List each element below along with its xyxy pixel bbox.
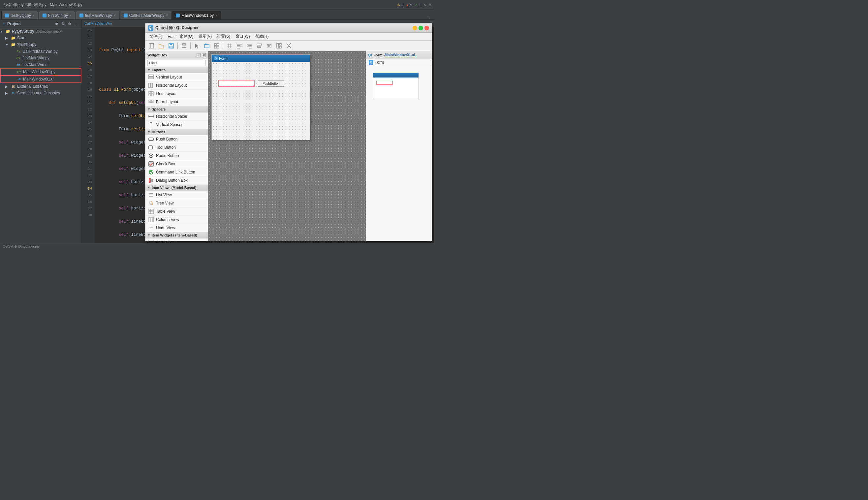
form-window[interactable]: Q Form PushButton: [212, 54, 310, 140]
settings-icon[interactable]: ⚙: [67, 21, 72, 26]
project-icon: ◻: [3, 22, 5, 26]
menu-form[interactable]: 窗体(O): [177, 33, 196, 40]
widget-horizontal-layout[interactable]: Horizontal Layout: [146, 81, 208, 90]
widget-label: Undo View: [156, 226, 175, 230]
add-icon[interactable]: ⊕: [54, 21, 59, 26]
section-buttons[interactable]: ▼ Buttons: [146, 129, 208, 135]
new-btn[interactable]: [147, 42, 156, 50]
widget-radio-button[interactable]: Radio Button: [146, 152, 208, 160]
push-button-widget[interactable]: PushButton: [258, 80, 284, 87]
close-icon[interactable]: ×: [166, 13, 168, 17]
break-layout-btn[interactable]: [284, 42, 294, 50]
distribute-btn[interactable]: [264, 42, 274, 50]
close-icon[interactable]: ×: [33, 13, 35, 17]
ide-title: PyQt5Study - 将ui转为py - MainWindow01.py: [3, 2, 82, 8]
tree-ui2py[interactable]: ▼ 📁 将ui转为py: [0, 41, 81, 48]
center-btn[interactable]: [254, 42, 264, 50]
menu-edit[interactable]: Edit: [165, 34, 177, 39]
tab-testpyqt[interactable]: testPyQt.py ×: [1, 11, 38, 20]
save-btn[interactable]: [167, 42, 176, 50]
vertical-spacer-icon: [148, 122, 154, 128]
widget-horizontal-spacer[interactable]: Horizontal Spacer: [146, 113, 208, 121]
tree-callfirstmainwin[interactable]: ▶ PY CallFirstMainWin.py: [0, 48, 81, 55]
section-spacers[interactable]: ▼ Spacers: [146, 106, 208, 113]
qt-maximize-btn[interactable]: [419, 26, 423, 30]
menu-file[interactable]: 文件(F): [147, 33, 165, 40]
oi-preview: [373, 72, 419, 99]
wb-minimize[interactable]: −: [196, 53, 201, 57]
pointer-btn[interactable]: [192, 42, 202, 50]
section-layouts[interactable]: ▼ Layouts: [146, 67, 208, 73]
qt-minimize-btn[interactable]: [413, 26, 417, 30]
widget-table-view[interactable]: Table View: [146, 207, 208, 216]
svg-point-54: [150, 155, 152, 156]
svg-rect-33: [149, 75, 153, 77]
line-edit-widget[interactable]: [218, 80, 254, 87]
tree-mainwindow01-py[interactable]: ▶ PY MainWindow01.py: [0, 68, 81, 76]
arrow-icon: ▶: [5, 91, 11, 95]
qt-title-text: Qt 设计师 - Qt Designer: [155, 25, 198, 31]
wb-filter-input[interactable]: [147, 60, 206, 66]
align-right-btn[interactable]: [245, 42, 254, 50]
widget-vertical-layout[interactable]: Vertical Layout: [146, 73, 208, 81]
folder-icon: 📁: [5, 29, 11, 34]
tab-mainwindow01[interactable]: MainWindow01.py ×: [172, 11, 221, 20]
wb-close[interactable]: ×: [202, 53, 206, 57]
tree-firstmainwin-py[interactable]: ▶ PY firstMainWin.py: [0, 55, 81, 61]
scratch-icon: ✏: [11, 90, 16, 96]
close-icon[interactable]: ×: [114, 13, 116, 17]
tree-mainwindow01-ui[interactable]: ▶ UI MainWindow01.ui: [0, 76, 81, 83]
widget-form-layout[interactable]: Form Layout: [146, 98, 208, 106]
minimize-icon[interactable]: −: [73, 21, 79, 26]
form-body[interactable]: PushButton: [212, 62, 310, 140]
oi-form-item[interactable]: Q Form: [366, 59, 432, 66]
menu-settings[interactable]: 设置(S): [214, 33, 233, 40]
menu-help[interactable]: 帮助(H): [253, 33, 271, 40]
form-type-icon: Q: [369, 60, 373, 65]
widget-vertical-spacer[interactable]: Vertical Spacer: [146, 121, 208, 129]
close-icon[interactable]: ×: [215, 13, 217, 17]
tree-firstmainwin-ui[interactable]: ▶ UI firstMainWin.ui: [0, 61, 81, 68]
tree-item-label: CallFirstMainWin.py: [22, 49, 58, 54]
widget-undo-view[interactable]: Undo View: [146, 224, 208, 232]
menu-window[interactable]: 窗口(W): [233, 33, 252, 40]
print-btn[interactable]: [180, 42, 189, 50]
section-arrow: ▼: [147, 234, 150, 237]
align-left-btn[interactable]: [235, 42, 244, 50]
tab-callfirstmainwin[interactable]: CallFirstMainWin.py ×: [120, 11, 172, 20]
widget-list-view[interactable]: List View: [146, 191, 208, 199]
close-icon[interactable]: ×: [70, 13, 71, 17]
folder-icon: 📁: [11, 35, 16, 41]
svg-rect-42: [151, 100, 153, 101]
sort-icon[interactable]: ⇅: [60, 21, 66, 26]
tree-external-libs[interactable]: ▶ ⊞ External Libraries: [0, 83, 81, 90]
widget-tool-button[interactable]: Tool Button: [146, 144, 208, 152]
tab-firstwin[interactable]: FirstWin.py ×: [39, 11, 75, 20]
qt-close-btn[interactable]: [424, 26, 429, 30]
open-btn[interactable]: [157, 42, 166, 50]
menu-view[interactable]: 视图(V): [196, 33, 214, 40]
qt-form-icon: Q: [214, 56, 218, 60]
grid-btn[interactable]: [225, 42, 234, 50]
tab-label: firstMainWin.py: [85, 13, 112, 18]
widget-command-link-button[interactable]: Command Link Button: [146, 168, 208, 177]
widget-btn[interactable]: [202, 42, 212, 50]
section-item-views[interactable]: ▼ Item Views (Model-Based): [146, 185, 208, 191]
widget-check-box[interactable]: Check Box: [146, 160, 208, 168]
status-bar: CSCM ⊕ DingJiaxiong: [0, 243, 434, 250]
tree-root[interactable]: ▼ 📁 PyQt5Study D:\DingJiaxiong\P: [0, 28, 81, 35]
layout-btn[interactable]: [212, 42, 221, 50]
widget-column-view[interactable]: Column View: [146, 216, 208, 224]
widget-list-widget[interactable]: List Widget: [146, 238, 208, 241]
widget-push-button[interactable]: Push Button: [146, 135, 208, 144]
widget-tree-view[interactable]: Tree View: [146, 199, 208, 207]
designer-canvas[interactable]: Q Form PushButton: [208, 51, 366, 241]
widget-dialog-button-box[interactable]: X Dialog Button Box: [146, 177, 208, 185]
section-item-widgets[interactable]: ▼ Item Widgets (Item-Based): [146, 232, 208, 238]
more-layout-btn[interactable]: [274, 42, 284, 50]
widget-grid-layout[interactable]: Grid Layout: [146, 90, 208, 98]
tab-firstmainwin[interactable]: firstMainWin.py ×: [76, 11, 119, 20]
tree-scratches[interactable]: ▶ ✏ Scratches and Consoles: [0, 90, 81, 96]
tree-start[interactable]: ▶ 📁 Start: [0, 35, 81, 41]
more-tabs-btn[interactable]: ⋮: [428, 15, 431, 20]
